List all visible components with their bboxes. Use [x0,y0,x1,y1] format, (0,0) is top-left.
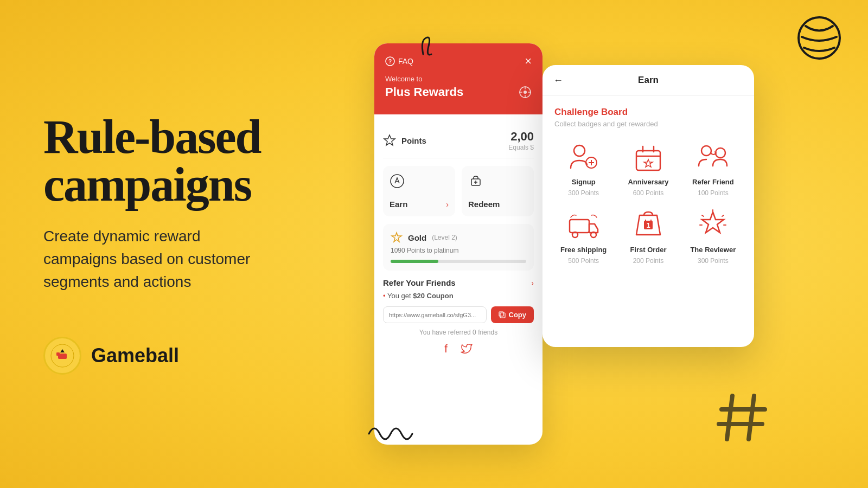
plus-rewards-title: Plus Rewards [385,85,463,99]
gold-subtitle: 1090 Points to platinum [391,247,526,254]
points-equals: Equals $ [508,144,534,151]
refer-friend-points: 100 Points [698,189,729,197]
refer-friend-label: Refer Friend [692,178,734,186]
challenge-board-section: Challenge Board Collect badges and get r… [542,96,754,275]
subheadline: Create dynamic rewardcampaigns based on … [43,225,358,293]
anniversary-points: 600 Points [633,189,664,197]
svg-marker-25 [644,159,653,167]
earn-card-title: Earn [638,75,659,86]
svg-rect-28 [570,220,589,233]
brand-logo-icon [50,344,74,368]
headline-line2: campaigns [43,158,251,211]
copy-button[interactable]: Copy [491,306,534,323]
refer-bullet: • You get $20 Coupon [383,292,534,300]
badge-free-shipping[interactable]: Free shipping 500 Points [554,208,612,265]
challenge-board-subtitle: Collect badges and get rewarded [554,120,742,128]
plus-rewards-card: ? FAQ × Welcome to Plus Rewards Points [374,43,542,445]
progress-bar-fill [391,260,438,263]
card-body: Points 2,00 Equals $ Earn › [374,114,542,364]
star-icon [383,134,396,147]
reviewer-label: The Reviewer [690,246,736,254]
anniversary-badge-icon [631,140,666,175]
badge-first-order[interactable]: 1 First Order 200 Points [619,208,677,265]
badges-grid: Signup 300 Points Anniversary 600 Points [554,140,742,265]
svg-rect-15 [500,313,505,318]
brand-name: Gameball [91,344,179,367]
earn-box[interactable]: Earn › [383,166,455,216]
svg-rect-16 [499,312,503,316]
svg-line-38 [702,215,704,216]
refer-friend-badge-icon [695,140,730,175]
earn-arrow: › [446,200,449,209]
challenge-board-title: Challenge Board [554,107,742,118]
svg-marker-35 [702,212,724,233]
points-label: Points [401,136,426,145]
points-value: 2,00 [508,130,534,144]
badge-reviewer[interactable]: The Reviewer 300 Points [684,208,742,265]
redeem-icon [468,174,483,189]
refer-arrow: › [531,279,534,287]
gold-title: Gold [408,233,426,242]
redeem-box[interactable]: Redeem [462,166,534,216]
referred-count: You have referred 0 friends [383,329,534,336]
earn-card-header: ← Earn [542,65,754,96]
gold-level: (Level 2) [432,234,457,241]
earn-card: ← Earn Challenge Board Collect badges an… [542,65,754,347]
points-left: Points [383,134,426,147]
hash-decoration [716,385,781,450]
svg-point-17 [574,145,585,156]
signup-points: 300 Points [568,189,599,197]
close-button[interactable]: × [525,54,532,68]
first-order-label: First Order [630,246,666,254]
brand-area: Gameball [43,337,358,375]
svg-rect-2 [56,352,60,356]
badge-signup[interactable]: Signup 300 Points [554,140,612,197]
scribble-decoration-top [391,33,434,65]
first-order-points: 200 Points [633,257,664,265]
settings-icon[interactable] [519,86,532,99]
svg-marker-9 [384,135,395,145]
progress-bar-bg [391,260,526,263]
facebook-icon[interactable]: f [444,343,448,355]
left-section: Rule-based campaigns Create dynamic rewa… [43,0,358,488]
striped-ball-icon [797,16,841,60]
points-row: Points 2,00 Equals $ [383,123,534,158]
copy-btn-label: Copy [509,311,527,319]
social-icons-row: f [383,343,534,355]
redeem-label: Redeem [468,200,527,209]
reviewer-points: 300 Points [698,257,729,265]
refer-section: Refer Your Friends › • You get $20 Coupo… [383,278,534,355]
signup-label: Signup [572,178,596,186]
gold-icon [391,232,403,243]
svg-line-42 [749,396,754,439]
scribble-decoration-bottom [363,418,418,450]
reviewer-badge-icon [695,208,730,242]
svg-text:1: 1 [646,221,650,229]
refer-header: Refer Your Friends › [383,278,534,287]
svg-line-37 [722,215,724,216]
first-order-badge-icon: 1 [631,208,666,242]
badge-anniversary[interactable]: Anniversary 600 Points [619,140,677,197]
brand-logo [43,337,81,375]
points-right: 2,00 Equals $ [508,130,534,151]
twitter-icon[interactable] [461,343,473,355]
anniversary-label: Anniversary [628,178,668,186]
gold-header: Gold (Level 2) [391,232,526,243]
badge-refer-friend[interactable]: Refer Friend 100 Points [684,140,742,197]
refer-title: Refer Your Friends [383,278,456,287]
copy-input-row: Copy [383,306,534,323]
earn-icon [390,174,405,189]
signup-badge-icon [566,140,601,175]
headline-line1: Rule-based [43,111,261,163]
back-arrow-button[interactable]: ← [553,75,563,86]
headline: Rule-based campaigns [43,113,358,209]
welcome-to: Welcome to [385,75,532,83]
svg-point-27 [716,148,725,158]
gold-section: Gold (Level 2) 1090 Points to platinum [383,224,534,271]
free-shipping-label: Free shipping [560,246,607,254]
earn-redeem-row: Earn › Redeem [383,166,534,216]
referral-link-input[interactable] [383,306,487,323]
svg-line-41 [727,396,732,439]
svg-point-26 [701,146,711,156]
svg-point-8 [524,91,527,94]
